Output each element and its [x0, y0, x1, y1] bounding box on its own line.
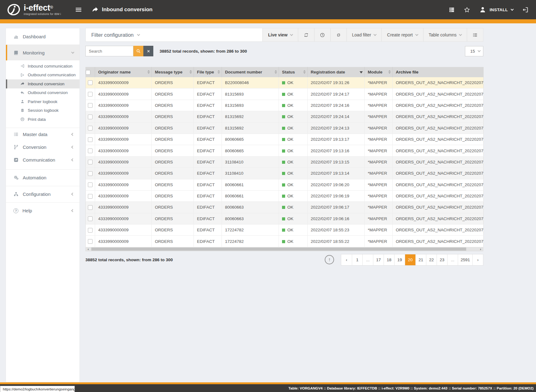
cell-originator: 4333990000009 [95, 213, 152, 224]
row-checkbox[interactable] [88, 171, 93, 176]
create-report-dropdown[interactable]: Create report [382, 28, 423, 41]
page-button[interactable]: ‹ [341, 254, 352, 265]
row-checkbox[interactable] [88, 194, 93, 199]
search-button[interactable] [133, 46, 143, 56]
sort-icons [147, 70, 150, 74]
menu-toggle-button[interactable] [75, 6, 82, 13]
column-header-module[interactable]: Module [365, 67, 393, 77]
page-button[interactable]: 21 [415, 254, 426, 265]
table-row[interactable]: 4333990000009 ORDERS EDIFACT 17224782 OK… [86, 236, 484, 247]
table-row[interactable]: 4333990000009 ORDERS EDIFACT 80060665 OK… [86, 145, 484, 156]
row-checkbox[interactable] [88, 80, 93, 85]
sidebar-item-help[interactable]: ? Help [6, 203, 79, 219]
column-header-status[interactable]: Status [279, 67, 308, 77]
table-row[interactable]: 4333990000009 ORDERS EDIFACT 81315692 OK… [86, 111, 484, 122]
live-view-dropdown[interactable]: Live view [263, 28, 298, 41]
page-button[interactable]: 17 [373, 254, 384, 265]
app-logo[interactable]: i-effect® integrated solutions for IBM i [7, 3, 65, 17]
row-checkbox[interactable] [88, 160, 93, 164]
search-input[interactable] [85, 46, 133, 56]
horizontal-scrollbar[interactable]: ‹ › [85, 247, 483, 251]
cell-status: OK [279, 179, 308, 190]
table-row[interactable]: 4333990000009 ORDERS EDIFACT 80060661 OK… [86, 190, 484, 201]
select-all-checkbox[interactable] [86, 70, 90, 75]
cell-module: *MAPPER [365, 145, 393, 156]
table-row[interactable]: 4333990000009 ORDERS EDIFACT 31108410 OK… [86, 156, 484, 168]
sidebar-item-outbound-communication[interactable]: Outbound communication [6, 71, 79, 80]
row-checkbox[interactable] [88, 115, 93, 119]
page-button[interactable]: 20 [405, 254, 415, 265]
row-checkbox[interactable] [88, 137, 93, 142]
row-checkbox[interactable] [88, 149, 93, 153]
status-ok-icon [282, 104, 285, 107]
column-header-originator[interactable]: Originator name [95, 67, 152, 77]
row-checkbox[interactable] [88, 182, 93, 187]
row-checkbox[interactable] [88, 216, 93, 221]
sidebar-item-inbound-communication[interactable]: Inbound communication [6, 62, 79, 71]
refresh-button[interactable] [298, 28, 314, 41]
sidebar-item-communication[interactable]: Communication [6, 153, 79, 166]
sidebar-item-session-logbook[interactable]: Session logbook [6, 106, 79, 115]
sidebar-item-label: Session logbook [28, 108, 59, 113]
row-checkbox[interactable] [88, 92, 93, 97]
table-row[interactable]: 4333990000009 ORDERS EDIFACT 80060665 OK… [86, 134, 484, 145]
row-checkbox[interactable] [88, 126, 93, 130]
sidebar-item-partner-logbook[interactable]: Partner logbook [6, 97, 79, 106]
column-header-file-type[interactable]: File type [194, 67, 222, 77]
page-button[interactable]: › [472, 254, 483, 265]
page-button[interactable]: 19 [394, 254, 405, 265]
column-header-archive-file[interactable]: Archive file [393, 67, 484, 77]
chevron-down-icon [374, 33, 377, 36]
page-button[interactable]: ... [447, 254, 458, 265]
sidebar-item-automation[interactable]: Automation [6, 170, 79, 186]
page-button[interactable]: 22 [426, 254, 437, 265]
page-button[interactable]: 23 [437, 254, 447, 265]
column-header-registration-date[interactable]: Registration date [308, 67, 365, 77]
sidebar-item-outbound-conversion[interactable]: Outbound conversion [6, 88, 79, 97]
sidebar-item-configuration[interactable]: Configuration [6, 186, 79, 202]
load-filter-dropdown[interactable]: Load filter [347, 28, 382, 41]
cell-status: OK [279, 77, 308, 88]
sidebar-item-dashboard[interactable]: Dashboard [6, 28, 79, 45]
sidebar-item-monitoring[interactable]: Monitoring [6, 45, 79, 60]
page-button[interactable]: ... [362, 254, 373, 265]
table-row[interactable]: 4333990000009 ORDERS EDIFACT 80060661 OK… [86, 179, 484, 190]
sidebar-item-conversion[interactable]: Conversion [6, 141, 79, 153]
page-button[interactable]: 18 [384, 254, 394, 265]
scrollbar-thumb[interactable] [91, 248, 466, 251]
sidebar-item-print-data[interactable]: Print data [6, 115, 79, 124]
column-header-message-type[interactable]: Message type [152, 67, 194, 77]
table-row[interactable]: 4333990000009 ORDERS EDIFACT B220008046 … [86, 77, 484, 88]
table-row[interactable]: 4333990000009 ORDERS EDIFACT 17224782 OK… [86, 224, 484, 236]
scrollbar-track[interactable] [91, 247, 478, 251]
row-checkbox[interactable] [88, 205, 93, 210]
table-row[interactable]: 4333990000009 ORDERS EDIFACT 81315692 OK… [86, 122, 484, 134]
row-checkbox[interactable] [88, 239, 93, 244]
auto-reload-button[interactable] [331, 28, 347, 41]
favorites-button[interactable] [464, 7, 470, 13]
clock-button[interactable] [314, 28, 331, 41]
sidebar-item-inbound-conversion[interactable]: Inbound conversion [6, 79, 79, 88]
scroll-left-arrow[interactable]: ‹ [86, 247, 91, 251]
user-menu[interactable]: INSTALL [479, 6, 513, 13]
scroll-right-arrow[interactable]: › [478, 247, 483, 251]
table-row[interactable]: 4333990000009 ORDERS EDIFACT 80060663 OK… [86, 213, 484, 224]
page-button[interactable]: 2591 [458, 254, 472, 265]
logout-button[interactable] [522, 7, 529, 13]
list-view-button[interactable] [467, 28, 483, 41]
server-status-button[interactable] [448, 7, 455, 13]
clear-search-button[interactable] [143, 46, 153, 56]
table-row[interactable]: 4333990000009 ORDERS EDIFACT 31108410 OK… [86, 168, 484, 179]
table-row[interactable]: 4333990000009 ORDERS EDIFACT 81315693 OK… [86, 100, 484, 111]
sidebar-item-master-data[interactable]: Master data [6, 128, 79, 141]
page-size-select[interactable]: 15 [465, 46, 483, 56]
page-button[interactable]: 1 [352, 254, 362, 265]
column-header-document-number[interactable]: Document number [222, 67, 279, 77]
table-row[interactable]: 4333990000009 ORDERS EDIFACT 80060663 OK… [86, 202, 484, 213]
table-columns-dropdown[interactable]: Table columns [424, 28, 467, 41]
row-checkbox[interactable] [88, 103, 93, 108]
filter-configuration-dropdown[interactable]: Filter configuration [86, 28, 262, 41]
scroll-to-top-button[interactable]: ↑ [325, 255, 334, 264]
row-checkbox[interactable] [88, 228, 93, 233]
table-row[interactable]: 4333990000009 ORDERS EDIFACT 81315693 OK… [86, 88, 484, 100]
